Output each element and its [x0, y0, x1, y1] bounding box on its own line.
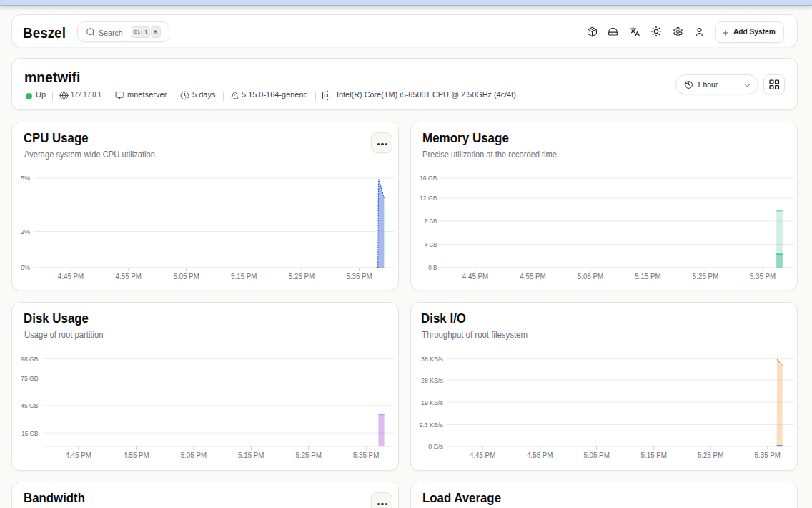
svg-text:4:55 PM: 4:55 PM: [527, 451, 553, 459]
svg-text:45 GB: 45 GB: [21, 401, 38, 409]
svg-text:12 GB: 12 GB: [420, 194, 437, 202]
svg-text:4:55 PM: 4:55 PM: [116, 273, 142, 280]
svg-text:5:05 PM: 5:05 PM: [583, 451, 609, 459]
svg-text:5:35 PM: 5:35 PM: [353, 451, 379, 459]
svg-text:5:25 PM: 5:25 PM: [296, 451, 322, 459]
svg-text:5:25 PM: 5:25 PM: [698, 451, 723, 459]
svg-text:4:45 PM: 4:45 PM: [470, 451, 495, 459]
svg-text:2%: 2%: [21, 227, 31, 235]
svg-text:5:15 PM: 5:15 PM: [635, 273, 660, 280]
svg-text:4:45 PM: 4:45 PM: [462, 273, 488, 280]
svg-text:5:05 PM: 5:05 PM: [173, 273, 199, 280]
svg-text:5%: 5%: [21, 174, 31, 182]
svg-text:5:15 PM: 5:15 PM: [641, 451, 667, 459]
svg-text:5:05 PM: 5:05 PM: [181, 451, 207, 459]
svg-text:0%: 0%: [21, 263, 31, 271]
svg-text:15 GB: 15 GB: [21, 429, 38, 436]
svg-text:4 GB: 4 GB: [425, 240, 437, 248]
svg-text:4:55 PM: 4:55 PM: [520, 273, 545, 280]
svg-text:5:25 PM: 5:25 PM: [693, 273, 718, 280]
svg-text:5:15 PM: 5:15 PM: [238, 451, 264, 459]
svg-text:4:55 PM: 4:55 PM: [123, 451, 149, 459]
svg-text:5:35 PM: 5:35 PM: [346, 273, 372, 280]
svg-text:9.3 KB/s: 9.3 KB/s: [419, 420, 443, 428]
svg-text:19 KB/s: 19 KB/s: [421, 398, 443, 406]
svg-text:8 GB: 8 GB: [425, 217, 437, 225]
svg-text:5:15 PM: 5:15 PM: [231, 273, 257, 280]
svg-text:4:45 PM: 4:45 PM: [66, 451, 91, 459]
svg-text:5:35 PM: 5:35 PM: [750, 273, 776, 280]
svg-text:98 GB: 98 GB: [21, 354, 38, 362]
svg-text:5:35 PM: 5:35 PM: [755, 451, 781, 459]
svg-text:28 KB/s: 28 KB/s: [421, 376, 443, 384]
svg-text:0 B/s: 0 B/s: [428, 442, 443, 450]
svg-text:5:05 PM: 5:05 PM: [578, 273, 603, 280]
svg-text:16 GB: 16 GB: [420, 174, 437, 182]
svg-text:0 B: 0 B: [428, 263, 437, 271]
svg-text:4:45 PM: 4:45 PM: [58, 273, 84, 280]
svg-text:5:25 PM: 5:25 PM: [289, 273, 315, 280]
svg-text:38 KB/s: 38 KB/s: [421, 354, 443, 362]
svg-text:75 GB: 75 GB: [21, 374, 38, 382]
